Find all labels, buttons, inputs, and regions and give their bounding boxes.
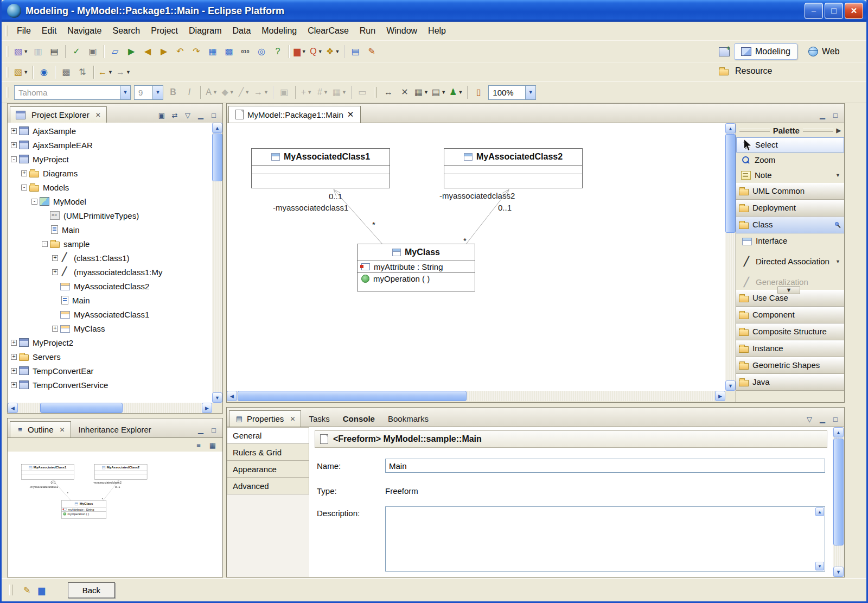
tree-item-tempconvertear[interactable]: +TempConvertEar xyxy=(8,364,212,378)
dropdown-arrow-icon[interactable]: ▼ xyxy=(342,90,347,95)
props-tab-rulers-grid[interactable]: Rulers & Grid xyxy=(227,444,309,461)
description-field[interactable] xyxy=(386,507,815,571)
open-perspective-icon[interactable] xyxy=(719,47,730,56)
dropdown-arrow-icon[interactable]: ▼ xyxy=(525,86,535,99)
properties-scrollbar[interactable]: ▲ ▼ xyxy=(833,427,844,577)
tree-item-servers[interactable]: +Servers xyxy=(8,350,212,364)
dropdown-arrow-icon[interactable]: ▼ xyxy=(229,90,234,95)
tree-toggle-icon[interactable]: + xyxy=(11,354,17,360)
menu-clearcase[interactable]: ClearCase xyxy=(302,23,354,39)
perspective-resource[interactable]: Resource xyxy=(719,66,772,76)
palette-collapse-icon[interactable]: ▶ xyxy=(837,127,841,134)
uml-class-myclass[interactable]: MyClassmyAttribute : StringmyOperation (… xyxy=(357,244,475,291)
close-icon[interactable]: ✕ xyxy=(347,110,354,119)
tree-item-class1-class1[interactable]: +(class1:Class1) xyxy=(8,251,212,265)
save-icon[interactable]: ▥ xyxy=(30,43,46,60)
dropdown-arrow-icon[interactable]: ▼ xyxy=(835,259,842,264)
link-editor-icon[interactable]: ⇄ xyxy=(170,111,179,119)
tree-toggle-icon[interactable]: + xyxy=(52,269,58,275)
tree-item-main[interactable]: Main xyxy=(8,293,212,307)
tree-item-mymodel[interactable]: -MyModel xyxy=(8,194,212,208)
print-icon[interactable]: ▤ xyxy=(46,43,62,60)
select-filter-icon[interactable]: +▼ xyxy=(298,84,315,100)
key-icon[interactable]: ❖▼ xyxy=(324,43,341,60)
chart-icon[interactable]: ▆▼ xyxy=(292,43,308,60)
fill-color-icon[interactable]: ◆▼ xyxy=(220,84,236,100)
new-folder-icon[interactable]: ▧▼ xyxy=(12,64,30,80)
palette-java[interactable]: Java xyxy=(736,374,844,391)
arrow-style-icon[interactable]: →▼ xyxy=(252,84,270,100)
new-wizard-icon[interactable]: ▧▼ xyxy=(12,43,30,60)
maximize-view-icon[interactable]: □ xyxy=(831,415,840,423)
dropdown-arrow-icon[interactable]: ▼ xyxy=(835,173,842,178)
binary-icon[interactable]: 010 xyxy=(237,43,253,60)
refactor-icon[interactable]: ▣ xyxy=(85,43,101,60)
zoom-combo[interactable]: 100% ▼ xyxy=(488,85,536,100)
minimize-view-icon[interactable]: ▁ xyxy=(818,111,827,119)
uml-class-myassociatedclass1[interactable]: MyAssociatedClass1 xyxy=(21,464,74,479)
outline-tree-mode-icon[interactable]: ≡ xyxy=(194,441,203,449)
scroll-up-icon[interactable]: ▲ xyxy=(212,123,222,133)
tab-project-explorer[interactable]: Project Explorer ✕ xyxy=(10,106,107,123)
view-tab-tasks[interactable]: Tasks xyxy=(303,410,335,427)
checkout-icon[interactable]: ▩ xyxy=(58,64,74,80)
delete-from-diagram-icon[interactable]: ✕ xyxy=(397,84,413,100)
palette-directed-association[interactable]: Directed Association▼ xyxy=(736,249,844,275)
close-button[interactable] xyxy=(845,3,863,19)
menu-edit[interactable]: Edit xyxy=(36,23,62,39)
scroll-left-icon[interactable]: ◀ xyxy=(8,403,18,413)
diagram-canvas[interactable]: MyAssociatedClass1MyAssociatedClass2MyCl… xyxy=(227,123,726,391)
pin-icon[interactable] xyxy=(834,221,841,228)
palette-zoom[interactable]: Zoom xyxy=(736,153,844,168)
tree-toggle-icon[interactable]: + xyxy=(11,368,17,374)
format-brush-icon[interactable]: ✎ xyxy=(363,43,380,60)
minimize-view-icon[interactable]: ▁ xyxy=(196,111,205,119)
tree-item-myclass[interactable]: +MyClass xyxy=(8,321,212,335)
palette-instance[interactable]: Instance xyxy=(736,340,844,357)
dropdown-arrow-icon[interactable]: ▼ xyxy=(323,90,328,95)
tree-vertical-scrollbar[interactable]: ▲ ▼ xyxy=(212,123,222,403)
dropdown-arrow-icon[interactable]: ▼ xyxy=(23,49,28,54)
dropdown-arrow-icon[interactable]: ▼ xyxy=(23,69,28,75)
arrange-icon[interactable]: ▦▼ xyxy=(331,84,348,100)
palette-header[interactable]: Palette ▶ xyxy=(736,123,844,137)
props-tab-appearance[interactable]: Appearance xyxy=(227,461,309,478)
fit-to-page-icon[interactable]: ▯ xyxy=(470,84,487,100)
redo-icon[interactable]: ↷ xyxy=(188,43,205,60)
close-icon[interactable]: ✕ xyxy=(95,111,101,119)
tree-item-ajaxsample[interactable]: +AjaxSample xyxy=(8,124,212,138)
perspective-web[interactable]: Web xyxy=(802,44,846,59)
view-tab-console[interactable]: Console xyxy=(337,410,380,427)
grid-icon[interactable]: ▦▼ xyxy=(413,84,430,100)
compartment-icon[interactable]: ▭ xyxy=(354,84,371,100)
font-family-combo[interactable]: Tahoma ▼ xyxy=(14,85,131,100)
dropdown-arrow-icon[interactable]: ▼ xyxy=(302,49,307,54)
autosize-icon[interactable]: ↔ xyxy=(380,84,397,100)
tree-toggle-icon[interactable]: + xyxy=(52,326,58,332)
tree-item-myproject2[interactable]: +MyProject2 xyxy=(8,335,212,350)
outline-overview-mode-icon[interactable]: ▦ xyxy=(208,441,217,449)
scroll-up-icon[interactable]: ▲ xyxy=(815,507,824,516)
maximize-view-icon[interactable]: □ xyxy=(831,111,840,119)
view-menu-icon[interactable]: ▽ xyxy=(183,111,192,119)
tab-inheritance-explorer[interactable]: Inheritance Explorer xyxy=(73,421,157,437)
uml-class-myassociatedclass2[interactable]: MyAssociatedClass2 xyxy=(444,148,583,188)
step-back-icon[interactable]: ◀ xyxy=(139,43,156,60)
palette-note[interactable]: Note▼ xyxy=(736,168,844,183)
tree-item-myassociatedclass2[interactable]: MyAssociatedClass2 xyxy=(8,279,212,293)
scroll-down-icon[interactable]: ▼ xyxy=(212,392,222,403)
view-tab-bookmarks[interactable]: Bookmarks xyxy=(382,410,434,427)
dropdown-arrow-icon[interactable]: ▼ xyxy=(264,90,269,95)
scrollbar-thumb[interactable] xyxy=(40,403,123,413)
scrollbar-thumb[interactable] xyxy=(833,439,844,545)
tree-toggle-icon[interactable]: - xyxy=(11,156,17,162)
tree-toggle-icon[interactable]: - xyxy=(31,199,37,205)
tree-toggle-icon[interactable]: + xyxy=(11,382,17,388)
checkin-icon[interactable]: ⇅ xyxy=(74,64,91,80)
tree-item-ajaxsampleear[interactable]: +AjaxSampleEAR xyxy=(8,138,212,152)
dropdown-arrow-icon[interactable]: ▼ xyxy=(152,86,163,99)
back-icon[interactable]: ←▼ xyxy=(97,64,114,80)
dropdown-arrow-icon[interactable]: ▼ xyxy=(126,69,131,75)
tree-item-tempconvertservice[interactable]: +TempConvertService xyxy=(8,378,212,392)
minimize-view-icon[interactable]: ▁ xyxy=(196,426,205,434)
